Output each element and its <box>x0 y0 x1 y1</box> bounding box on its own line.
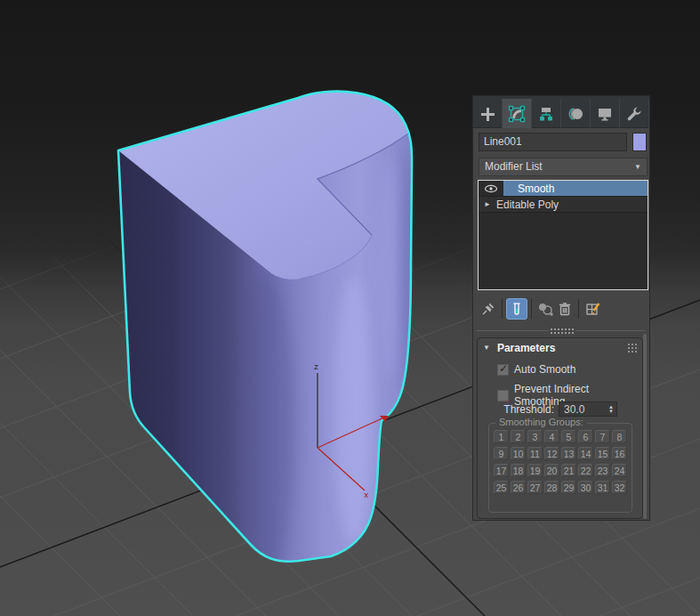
configure-modifier-sets-icon <box>584 301 601 317</box>
threshold-value[interactable]: 30.0 <box>559 403 608 416</box>
3ds-max-viewport-screen: z x <box>0 0 700 616</box>
smoothing-group-button[interactable]: 8 <box>612 430 627 443</box>
object-name-field[interactable]: Line001 <box>479 133 627 151</box>
smoothing-group-button[interactable]: 11 <box>527 447 543 460</box>
smoothing-group-button[interactable]: 17 <box>494 464 509 477</box>
threshold-spinner[interactable]: 30.0 ▲ ▼ <box>559 401 617 417</box>
smoothing-group-button[interactable]: 12 <box>544 447 559 460</box>
create-icon <box>479 105 496 123</box>
checkmark-icon: ✓ <box>499 362 508 375</box>
smoothing-group-button[interactable]: 5 <box>561 430 576 443</box>
smoothing-group-button[interactable]: 27 <box>527 481 543 494</box>
spinner-down-icon[interactable]: ▼ <box>608 409 614 414</box>
stack-toolbar <box>473 295 649 323</box>
modifier-label: Smooth <box>518 182 554 195</box>
prevent-indirect-smoothing-checkbox[interactable] <box>497 390 509 401</box>
smoothing-group-button[interactable]: 9 <box>494 447 509 460</box>
smoothing-group-button[interactable]: 19 <box>527 464 543 477</box>
smoothing-group-button[interactable]: 25 <box>494 481 509 494</box>
modifier-stack-row-editable-poly[interactable]: ► Editable Poly <box>479 197 648 213</box>
threshold-row: Threshold: 30.0 ▲ ▼ <box>478 401 642 417</box>
smoothing-group-button[interactable]: 23 <box>595 464 610 477</box>
pin-stack-icon <box>480 301 496 317</box>
make-unique-icon <box>536 301 554 317</box>
auto-smooth-row: ✓ Auto Smooth <box>497 363 575 376</box>
smoothing-group-button[interactable]: 29 <box>561 481 576 494</box>
smoothing-group-button[interactable]: 18 <box>511 464 526 477</box>
smoothing-groups-label: Smoothing Groups: <box>495 417 587 427</box>
smoothing-group-button[interactable]: 21 <box>561 464 576 477</box>
smoothing-groups-fieldset: Smoothing Groups: 1234567891011121314151… <box>488 423 632 513</box>
smoothing-group-button[interactable]: 13 <box>561 447 576 460</box>
modifier-visibility-toggle[interactable] <box>479 181 503 196</box>
axis-z-label: z <box>314 362 318 371</box>
smoothing-groups-grid: 1234567891011121314151617181920212223242… <box>494 430 627 494</box>
configure-modifier-sets-button[interactable] <box>583 298 602 320</box>
expand-arrow-icon[interactable]: ► <box>479 200 496 208</box>
object-color-swatch[interactable] <box>632 133 647 151</box>
modify-icon <box>508 105 526 123</box>
smoothing-group-button[interactable]: 24 <box>612 464 627 477</box>
modifier-stack: Smooth ► Editable Poly <box>478 180 648 290</box>
hierarchy-icon <box>537 105 555 123</box>
modifier-list-dropdown[interactable]: Modifier List ▼ <box>479 158 648 176</box>
show-end-result-icon <box>510 301 524 317</box>
smoothing-group-button[interactable]: 3 <box>527 430 543 443</box>
axis-x-label: x <box>364 490 369 499</box>
smoothing-group-button[interactable]: 10 <box>511 447 526 460</box>
auto-smooth-label: Auto Smooth <box>514 363 575 376</box>
remove-modifier-icon <box>557 301 573 317</box>
smoothing-group-button[interactable]: 4 <box>544 430 559 443</box>
tab-hierarchy[interactable] <box>532 99 561 128</box>
smoothing-group-button[interactable]: 31 <box>595 481 610 494</box>
tab-utilities[interactable] <box>620 99 649 128</box>
smoothing-group-button[interactable]: 15 <box>595 447 610 460</box>
smoothing-group-button[interactable]: 32 <box>612 481 627 494</box>
tab-motion[interactable] <box>561 99 591 128</box>
make-unique-button[interactable] <box>535 298 555 320</box>
smoothing-group-button[interactable]: 1 <box>494 430 509 443</box>
modifier-list-label: Modifier List <box>485 158 543 175</box>
smoothing-group-button[interactable]: 16 <box>612 447 627 460</box>
command-panel: Line001 Modifier List ▼ Smooth <box>472 95 650 521</box>
modifier-label: Editable Poly <box>496 199 559 211</box>
auto-smooth-checkbox[interactable]: ✓ <box>497 364 509 376</box>
smoothing-group-button[interactable]: 14 <box>578 447 593 460</box>
smoothing-group-button[interactable]: 26 <box>511 481 526 494</box>
threshold-label: Threshold: <box>478 403 554 416</box>
dropdown-arrow-icon: ▼ <box>634 158 641 175</box>
eye-icon <box>484 184 498 193</box>
smoothing-group-button[interactable]: 28 <box>544 481 559 494</box>
separator-grip-handle[interactable] <box>549 327 575 334</box>
tab-modify[interactable] <box>503 99 532 128</box>
panel-scrollbar[interactable] <box>643 334 647 519</box>
modifier-stack-row-smooth[interactable]: Smooth <box>479 181 648 197</box>
display-icon <box>596 105 614 123</box>
utilities-icon <box>625 105 643 123</box>
rollout-grip-icon[interactable] <box>627 343 637 353</box>
smoothing-group-button[interactable]: 6 <box>578 430 593 443</box>
smoothing-group-button[interactable]: 7 <box>595 430 610 443</box>
smoothing-group-button[interactable]: 22 <box>578 464 593 477</box>
smoothing-group-button[interactable]: 2 <box>511 430 526 443</box>
tab-create[interactable] <box>473 99 503 128</box>
parameters-rollout: ▼ Parameters ✓ Auto Smooth Prevent Indir… <box>477 337 643 519</box>
smoothing-group-button[interactable]: 20 <box>544 464 559 477</box>
motion-icon <box>567 105 584 123</box>
parameters-rollout-header[interactable]: ▼ Parameters <box>478 338 642 357</box>
show-end-result-button[interactable] <box>506 298 527 320</box>
remove-modifier-button[interactable] <box>555 298 575 320</box>
command-panel-tabbar <box>473 96 649 128</box>
tab-display[interactable] <box>591 99 620 128</box>
rollout-collapse-icon: ▼ <box>483 344 490 352</box>
rollout-title: Parameters <box>497 342 555 354</box>
smoothing-group-button[interactable]: 30 <box>578 481 593 494</box>
pin-stack-button[interactable] <box>479 298 498 320</box>
